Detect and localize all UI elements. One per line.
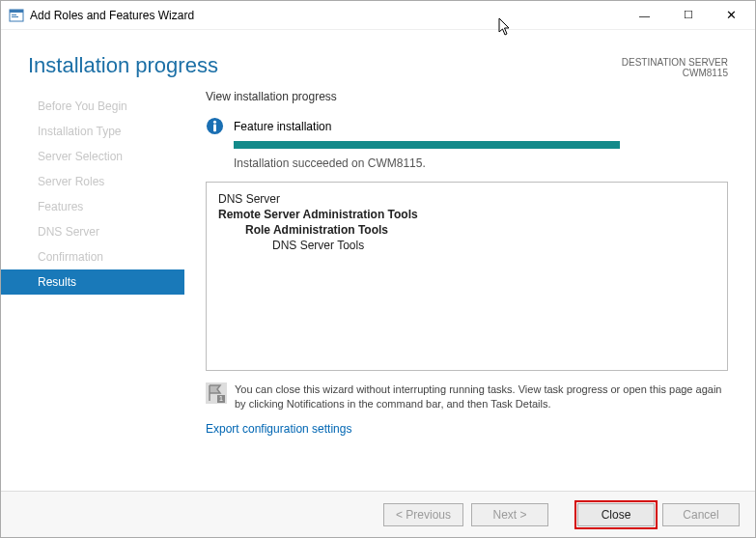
sidebar-item-results[interactable]: Results [1, 269, 184, 295]
sidebar-item-installation-type: Installation Type [1, 119, 184, 144]
content-heading: View installation progress [206, 90, 728, 103]
footer: < Previous Next > Close Cancel [1, 491, 755, 537]
svg-rect-6 [213, 125, 216, 132]
feature-label: Feature installation [234, 120, 331, 133]
info-icon [206, 117, 224, 135]
minimize-button[interactable]: — [623, 2, 666, 29]
previous-button: < Previous [383, 503, 463, 526]
feature-status-row: Feature installation [206, 117, 728, 135]
next-button: Next > [471, 503, 548, 526]
window-close-button[interactable]: ✕ [710, 2, 753, 29]
dest-label: DESTINATION SERVER [622, 57, 728, 68]
note-row: 1 You can close this wizard without inte… [206, 382, 728, 412]
progress-bar [234, 141, 620, 149]
sidebar-item-server-roles: Server Roles [1, 169, 184, 194]
titlebar: Add Roles and Features Wizard — ☐ ✕ [1, 1, 755, 30]
content: View installation progress Feature insta… [184, 86, 755, 491]
status-text: Installation succeeded on CWM8115. [234, 156, 728, 170]
sidebar-item-server-selection: Server Selection [1, 144, 184, 169]
result-role-admin-tools: Role Administration Tools [218, 223, 715, 237]
results-box: DNS Server Remote Server Administration … [206, 182, 728, 371]
cancel-button: Cancel [662, 503, 740, 526]
dest-server-name: CWM8115 [622, 68, 728, 78]
window-title: Add Roles and Features Wizard [30, 9, 623, 22]
maximize-button[interactable]: ☐ [666, 2, 710, 29]
svg-rect-2 [12, 14, 16, 15]
page-title: Installation progress [28, 53, 218, 78]
header: Installation progress DESTINATION SERVER… [1, 30, 755, 86]
note-text: You can close this wizard without interr… [235, 382, 728, 412]
destination-server: DESTINATION SERVER CWM8115 [622, 57, 728, 78]
sidebar-item-features: Features [1, 194, 184, 219]
progress-bar-wrap [234, 141, 728, 149]
result-dns-server: DNS Server [218, 192, 715, 206]
wizard-window: Add Roles and Features Wizard — ☐ ✕ Inst… [0, 0, 756, 538]
svg-text:1: 1 [219, 395, 223, 402]
sidebar-item-confirmation: Confirmation [1, 244, 184, 269]
app-icon [9, 8, 24, 23]
close-button[interactable]: Close [577, 503, 655, 526]
result-rsat: Remote Server Administration Tools [218, 208, 715, 221]
body: Before You Begin Installation Type Serve… [1, 86, 755, 491]
svg-rect-3 [12, 16, 18, 17]
sidebar-item-dns-server: DNS Server [1, 219, 184, 244]
svg-point-5 [213, 121, 216, 124]
svg-rect-1 [10, 10, 23, 13]
sidebar-item-before-you-begin: Before You Begin [1, 94, 184, 119]
export-config-link[interactable]: Export configuration settings [206, 422, 728, 436]
sidebar: Before You Begin Installation Type Serve… [1, 86, 184, 491]
flag-icon: 1 [206, 382, 227, 404]
result-dns-server-tools: DNS Server Tools [218, 239, 715, 252]
